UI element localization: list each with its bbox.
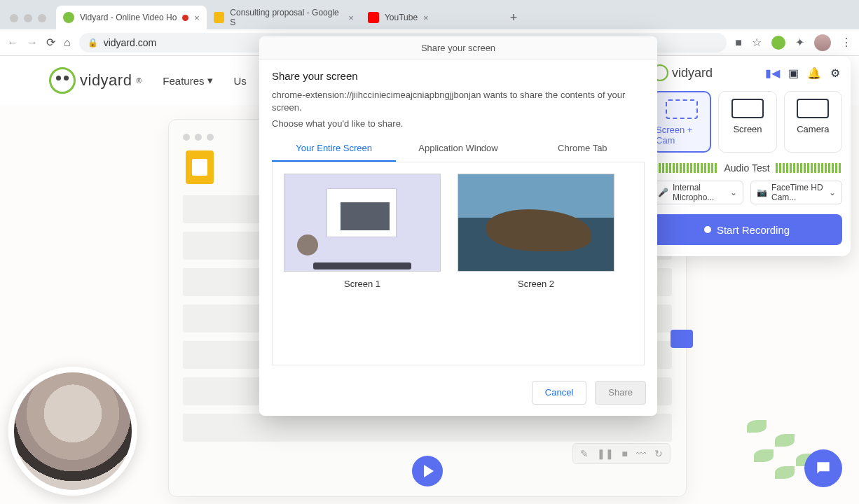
- modal-tabs: Your Entire Screen Application Window Ch…: [272, 136, 645, 162]
- forward-button[interactable]: →: [27, 36, 38, 49]
- chevron-down-icon: ⌄: [829, 188, 836, 197]
- bookmark-icon[interactable]: ☆: [752, 36, 762, 49]
- tab-title: Vidyard - Online Video Ho: [80, 13, 177, 22]
- profile-avatar[interactable]: [814, 34, 831, 51]
- record-dot-icon: [704, 226, 711, 233]
- tab-title: Consulting proposal - Google S: [230, 8, 343, 27]
- vidyard-bug-icon: [49, 67, 76, 94]
- favicon-slides-icon: [214, 12, 224, 23]
- play-button[interactable]: [412, 456, 443, 486]
- mode-label: Screen + Cam: [656, 125, 707, 146]
- screen-cam-icon: [666, 99, 698, 119]
- screen-options: Screen 1 Screen 2: [272, 162, 645, 365]
- brand-text: vidyard: [80, 71, 132, 90]
- favicon-youtube-icon: [368, 12, 379, 23]
- share-button[interactable]: Share: [595, 381, 646, 405]
- notifications-icon[interactable]: 🔔: [807, 66, 821, 80]
- chevron-down-icon: ⌄: [730, 188, 737, 197]
- record-label: Start Recording: [717, 224, 790, 236]
- scribble-icon[interactable]: 〰: [636, 448, 646, 459]
- start-recording-button[interactable]: Start Recording: [652, 214, 842, 245]
- close-tab-icon[interactable]: ×: [194, 13, 200, 23]
- stop-icon[interactable]: ■: [622, 448, 628, 459]
- restart-icon[interactable]: ↻: [654, 448, 663, 459]
- lock-icon: 🔒: [88, 38, 98, 48]
- menu-icon[interactable]: ⋮: [841, 36, 852, 49]
- camera-indicator-icon[interactable]: ■: [735, 36, 742, 49]
- microphone-select[interactable]: 🎤 Internal Micropho... ⌄: [652, 181, 743, 204]
- player-controls: ✎ ❚❚ ■ 〰 ↻: [572, 443, 671, 464]
- tab-youtube[interactable]: YouTube ×: [361, 6, 501, 29]
- tab-entire-screen[interactable]: Your Entire Screen: [272, 136, 396, 162]
- back-button[interactable]: ←: [7, 36, 18, 49]
- screen-icon: [731, 99, 764, 118]
- pause-icon[interactable]: ❚❚: [597, 448, 614, 459]
- screen-2-label: Screen 2: [518, 279, 554, 289]
- cam-icon: 📷: [757, 188, 767, 197]
- mode-screen[interactable]: Screen: [718, 91, 776, 153]
- nav-use[interactable]: Us: [234, 75, 247, 87]
- screen-1-label: Screen 1: [344, 279, 380, 289]
- screen-option-2[interactable]: Screen 2: [458, 174, 614, 354]
- close-tab-icon[interactable]: ×: [348, 13, 354, 23]
- favicon-vidyard-icon: [63, 12, 74, 23]
- tab-vidyard[interactable]: Vidyard - Online Video Ho ×: [56, 6, 207, 29]
- audio-test-row: Audio Test: [652, 162, 842, 174]
- audio-test-label: Audio Test: [724, 162, 769, 174]
- mic-icon: 🎤: [658, 188, 668, 197]
- extensions-icon[interactable]: ✦: [795, 36, 804, 49]
- url-text: vidyard.com: [104, 37, 156, 48]
- screen-1-thumbnail: [284, 174, 441, 272]
- tab-title: YouTube: [385, 13, 418, 22]
- mode-camera[interactable]: Camera: [784, 91, 842, 153]
- modal-chrome-header: Share your screen: [259, 36, 657, 60]
- decorative-block: [671, 330, 693, 348]
- browser-tab-strip: Vidyard - Online Video Ho × Consulting p…: [0, 0, 859, 29]
- cancel-button[interactable]: Cancel: [532, 381, 586, 405]
- audio-meter-left: [652, 163, 718, 173]
- mic-value: Internal Micropho...: [673, 183, 737, 202]
- tab-slides[interactable]: Consulting proposal - Google S ×: [207, 6, 361, 29]
- reload-button[interactable]: ⟳: [46, 36, 55, 49]
- vidyard-logo[interactable]: vidyard®: [49, 67, 142, 94]
- cam-value: FaceTime HD Cam...: [771, 183, 836, 202]
- mode-label: Screen: [733, 124, 762, 134]
- mode-screen-cam[interactable]: Screen + Cam: [652, 91, 711, 153]
- nav-features[interactable]: Features ▾: [163, 74, 212, 87]
- modal-title: Share your screen: [272, 70, 645, 82]
- library-icon[interactable]: ▣: [786, 66, 800, 80]
- tab-application-window[interactable]: Application Window: [396, 136, 520, 162]
- slides-file-icon: [186, 150, 214, 184]
- webcam-bubble[interactable]: [8, 367, 137, 496]
- video-icon[interactable]: ▮◀: [765, 66, 779, 80]
- ext-logo: vidyard: [652, 64, 713, 81]
- mac-traffic-lights: [0, 14, 56, 29]
- screen-option-1[interactable]: Screen 1: [284, 174, 441, 354]
- close-tab-icon[interactable]: ×: [423, 13, 429, 23]
- vidyard-extension-panel: vidyard ▮◀ ▣ 🔔 ⚙ Screen + Cam Screen Cam…: [643, 56, 851, 256]
- mode-label: Camera: [797, 124, 829, 134]
- chat-icon: [814, 459, 832, 477]
- camera-select[interactable]: 📷 FaceTime HD Cam... ⌄: [750, 181, 842, 204]
- intercom-launcher[interactable]: [804, 449, 842, 487]
- home-button[interactable]: ⌂: [64, 36, 71, 49]
- vidyard-ext-icon[interactable]: [771, 36, 785, 50]
- tab-chrome-tab[interactable]: Chrome Tab: [521, 136, 645, 162]
- chevron-down-icon: ▾: [207, 74, 213, 87]
- camera-icon: [797, 99, 829, 118]
- settings-icon[interactable]: ⚙: [828, 66, 842, 80]
- draw-icon[interactable]: ✎: [580, 448, 589, 459]
- ext-brand-text: vidyard: [672, 66, 713, 80]
- placeholder-row: [183, 414, 672, 442]
- modal-desc-1: chrome-extension://jiihcciniecimeajcniap…: [272, 89, 645, 113]
- screen-2-thumbnail: [458, 174, 614, 272]
- recording-indicator-icon: [182, 15, 188, 21]
- audio-meter-right: [776, 163, 842, 173]
- new-tab-button[interactable]: +: [504, 8, 523, 27]
- modal-desc-2: Choose what you'd like to share.: [272, 118, 645, 130]
- share-screen-modal: Share your screen Share your screen chro…: [259, 36, 657, 416]
